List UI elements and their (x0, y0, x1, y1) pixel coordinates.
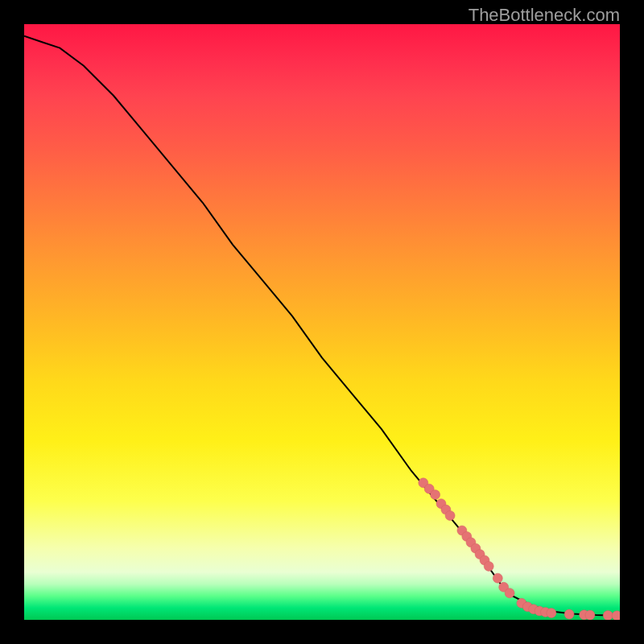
chart-plot-area (24, 24, 620, 620)
chart-frame: TheBottleneck.com (0, 0, 644, 644)
chart-overlay-svg (24, 24, 620, 620)
data-point (431, 490, 440, 500)
data-point (547, 608, 556, 617)
data-point (585, 610, 595, 620)
data-point (445, 511, 455, 521)
data-point (612, 611, 620, 620)
bottleneck-curve (24, 36, 620, 616)
data-point (484, 561, 493, 571)
data-point (603, 610, 613, 620)
data-point (493, 573, 502, 583)
data-point (505, 588, 514, 598)
data-point (564, 609, 574, 619)
attribution-text: TheBottleneck.com (469, 5, 620, 26)
